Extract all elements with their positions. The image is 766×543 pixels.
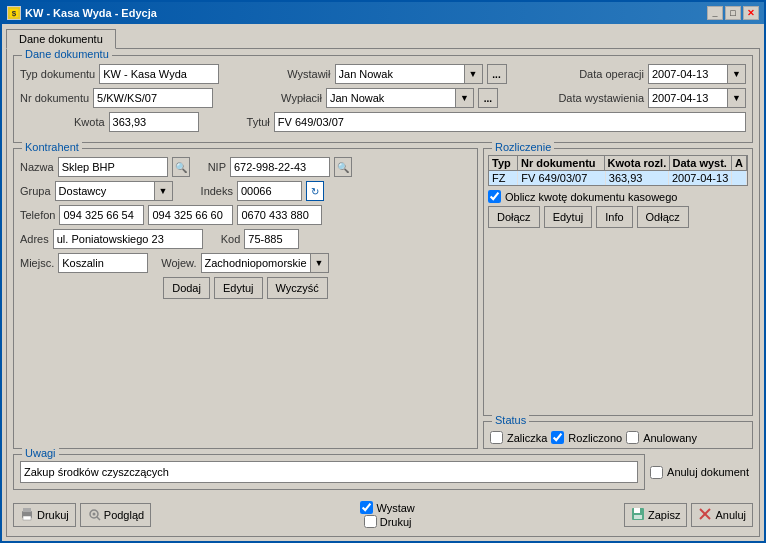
nazwa-search-btn[interactable]: 🔍 — [172, 157, 190, 177]
wystawil-dropdown-btn[interactable]: ▼ — [465, 64, 483, 84]
telefon2-input[interactable] — [148, 205, 233, 225]
zapisz-button[interactable]: Zapisz — [624, 503, 687, 527]
rozliczono-checkbox[interactable] — [551, 431, 564, 444]
kontrahent-row-1: Nazwa 🔍 NIP 🔍 — [20, 157, 471, 177]
doc-row-3: Kwota Tytuł — [20, 112, 746, 132]
dolacz-button[interactable]: Dołącz — [488, 206, 540, 228]
telefon1-input[interactable] — [59, 205, 144, 225]
oblicz-label: Oblicz kwotę dokumentu kasowego — [505, 191, 677, 203]
rozliczenie-title: Rozliczenie — [492, 141, 554, 153]
kontrahent-row-5: Miejsc. Wojew. ▼ — [20, 253, 471, 273]
anuluj-dokument-container: Anuluj dokument — [650, 466, 753, 479]
bottom-bar: Drukuj Podgląd — [13, 499, 753, 530]
data-operacji-dropdown-btn[interactable]: ▼ — [728, 64, 746, 84]
wystaw-checkbox[interactable] — [360, 501, 373, 514]
data-wystawienia-input[interactable] — [648, 88, 728, 108]
grupa-dropdown-btn[interactable]: ▼ — [155, 181, 173, 201]
dodaj-button[interactable]: Dodaj — [163, 277, 210, 299]
kod-input[interactable] — [244, 229, 299, 249]
col-data: Data wyst. — [670, 156, 733, 170]
podglad-icon — [87, 507, 101, 523]
uwagi-input[interactable] — [20, 461, 638, 483]
wojew-dropdown-btn[interactable]: ▼ — [311, 253, 329, 273]
svg-rect-10 — [634, 515, 642, 519]
bottom-center-checkboxes: Wystaw Drukuj — [360, 501, 414, 528]
rozliczenie-section: Rozliczenie Typ Nr dokumentu Kwota rozl.… — [483, 148, 753, 416]
nip-label: NIP — [208, 161, 226, 173]
row-kwota: 363,93 — [606, 171, 669, 185]
wystawil-input[interactable] — [335, 64, 465, 84]
nip-search-btn[interactable]: 🔍 — [334, 157, 352, 177]
status-title: Status — [492, 414, 529, 426]
edytuj-kontrahent-button[interactable]: Edytuj — [214, 277, 263, 299]
row-data: 2007-04-13 — [669, 171, 732, 185]
minimize-button[interactable]: _ — [707, 6, 723, 20]
close-button[interactable]: ✕ — [743, 6, 759, 20]
app-icon: $ — [7, 6, 21, 20]
drukuj-button[interactable]: Drukuj — [13, 503, 76, 527]
col-a: A — [732, 156, 747, 170]
anuluj-dokument-checkbox[interactable] — [650, 466, 663, 479]
drukuj-bottom-checkbox[interactable] — [364, 515, 377, 528]
telefon3-input[interactable] — [237, 205, 322, 225]
info-button[interactable]: Info — [596, 206, 632, 228]
wojew-combo: ▼ — [201, 253, 329, 273]
nr-dokumentu-input[interactable] — [93, 88, 213, 108]
indeks-refresh-btn[interactable]: ↻ — [306, 181, 324, 201]
kontrahent-row-4: Adres Kod — [20, 229, 471, 249]
wyplacil-input[interactable] — [326, 88, 456, 108]
wystawil-ellipsis-btn[interactable]: ... — [487, 64, 507, 84]
anulowany-checkbox[interactable] — [626, 431, 639, 444]
miejsc-label: Miejsc. — [20, 257, 54, 269]
drukuj-label: Drukuj — [37, 509, 69, 521]
kwota-label: Kwota — [74, 116, 105, 128]
wyplacil-label: Wypłacił — [281, 92, 322, 104]
table-row[interactable]: FZ FV 649/03/07 363,93 2007-04-13 — [489, 171, 747, 185]
wojew-input[interactable] — [201, 253, 311, 273]
wyplacil-dropdown-btn[interactable]: ▼ — [456, 88, 474, 108]
adres-input[interactable] — [53, 229, 203, 249]
nazwa-input[interactable] — [58, 157, 168, 177]
grupa-combo: ▼ — [55, 181, 173, 201]
anuluj-label: Anuluj — [715, 509, 746, 521]
zaliczka-checkbox[interactable] — [490, 431, 503, 444]
typ-dokumentu-input[interactable] — [99, 64, 219, 84]
svg-rect-9 — [634, 508, 640, 513]
kontrahent-section: Kontrahent Nazwa 🔍 NIP 🔍 Grupa — [13, 148, 478, 449]
anuluj-button[interactable]: Anuluj — [691, 503, 753, 527]
nr-dokumentu-label: Nr dokumentu — [20, 92, 89, 104]
rozliczenie-btn-row: Dołącz Edytuj Info Odłącz — [488, 206, 748, 228]
kontrahent-btn-row: Dodaj Edytuj Wyczyść — [20, 277, 471, 299]
podglad-button[interactable]: Podgląd — [80, 503, 151, 527]
nip-input[interactable] — [230, 157, 330, 177]
odlacz-button[interactable]: Odłącz — [637, 206, 689, 228]
kontrahent-row-2: Grupa ▼ Indeks ↻ — [20, 181, 471, 201]
row-nr-doc: FV 649/03/07 — [518, 171, 605, 185]
maximize-button[interactable]: □ — [725, 6, 741, 20]
edytuj-rozliczenie-button[interactable]: Edytuj — [544, 206, 593, 228]
printer-icon — [20, 507, 34, 523]
doc-row-1: Typ dokumentu Wystawił ▼ ... Data operac… — [20, 64, 746, 84]
drukuj-bottom-label: Drukuj — [380, 516, 412, 528]
wyplacil-ellipsis-btn[interactable]: ... — [478, 88, 498, 108]
title-bar-left: $ KW - Kasa Wyda - Edycja — [7, 6, 157, 20]
wojew-label: Wojew. — [161, 257, 196, 269]
oblicz-checkbox[interactable] — [488, 190, 501, 203]
wyczysc-button[interactable]: Wyczyść — [267, 277, 328, 299]
kwota-input[interactable] — [109, 112, 199, 132]
telefon-label: Telefon — [20, 209, 55, 221]
miejsc-input[interactable] — [58, 253, 148, 273]
tab-bar: Dane dokumentu — [6, 28, 760, 48]
tytul-input[interactable] — [274, 112, 746, 132]
data-wystawienia-dropdown-btn[interactable]: ▼ — [728, 88, 746, 108]
grupa-input[interactable] — [55, 181, 155, 201]
indeks-input[interactable] — [237, 181, 302, 201]
data-operacji-label: Data operacji — [579, 68, 644, 80]
uwagi-row: Uwagi Anuluj dokument — [13, 454, 753, 490]
data-operacji-input[interactable] — [648, 64, 728, 84]
nazwa-label: Nazwa — [20, 161, 54, 173]
tab-dane-dokumentu[interactable]: Dane dokumentu — [6, 29, 116, 49]
adres-label: Adres — [20, 233, 49, 245]
doc-row-2: Nr dokumentu Wypłacił ▼ ... Data wystawi… — [20, 88, 746, 108]
dane-dokumentu-section: Dane dokumentu Typ dokumentu Wystawił ▼ … — [13, 55, 753, 143]
